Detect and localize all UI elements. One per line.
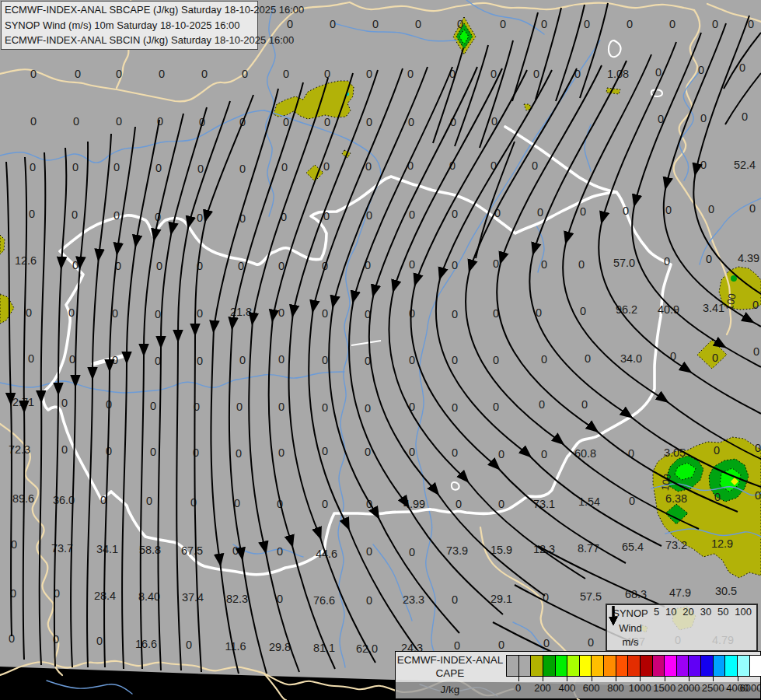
map-value-label: 81.1 — [313, 642, 335, 654]
map-value-label: 57.0 — [613, 257, 635, 269]
wind-speed-label: 30 — [700, 607, 711, 618]
map-value-label: 0 — [452, 259, 458, 271]
map-value-label: 0 — [498, 498, 504, 510]
wind-legend-line-2: Wind — [610, 621, 651, 635]
map-value-label: 76.6 — [313, 594, 335, 607]
map-value-label: 0 — [755, 489, 761, 502]
map-value-label: 0 — [670, 350, 676, 362]
map-value-label: 28.4 — [94, 590, 116, 602]
map-value-label: 73.7 — [51, 542, 73, 555]
map-value-label: 0 — [236, 447, 242, 460]
map-value-label: 0 — [324, 68, 330, 80]
wind-scale-item: 30 — [700, 607, 711, 649]
map-value-label: 0 — [146, 495, 152, 507]
map-value-label: 0 — [493, 354, 499, 366]
cape-legend-name: ECMWF-INDEX-ANAL CAPE — [396, 653, 504, 680]
wind-speed-label: 10 — [665, 607, 676, 618]
map-value-label: 0 — [278, 306, 285, 319]
map-value-label: 0 — [239, 116, 246, 128]
map-value-label: 8.77 — [578, 542, 599, 555]
map-value-label: 0 — [537, 206, 543, 219]
map-value-label: 0 — [452, 446, 458, 459]
map-value-label: 0 — [113, 161, 120, 173]
map-value-label: 0 — [541, 18, 547, 30]
map-value-label: 0 — [30, 115, 37, 128]
cape-tick-label: 6000 — [740, 682, 761, 694]
cape-color-swatch — [714, 655, 726, 677]
cape-tick-label: 1000 — [629, 682, 651, 694]
map-value-label: 0 — [365, 402, 371, 415]
cape-color-swatch — [628, 655, 641, 677]
map-value-label: 0 — [197, 163, 204, 175]
map-value-label: 0 — [69, 353, 75, 366]
map-value-label: 0 — [155, 308, 161, 320]
map-value-label: 21.8 — [230, 306, 252, 318]
cape-colorbar — [506, 655, 761, 677]
map-value-label: 12.3 — [533, 543, 555, 555]
map-value-label: 0 — [113, 209, 120, 222]
map-value-label: 0 — [201, 68, 208, 80]
wind-legend-line-1: SYNOP — [610, 607, 651, 620]
map-value-label: 0 — [366, 594, 372, 607]
map-value-label: 0 — [366, 498, 372, 510]
cape-tick — [616, 677, 616, 681]
map-value-label: 0 — [72, 208, 78, 221]
map-value-label: 0 — [155, 162, 162, 174]
map-value-label: 96.2 — [616, 303, 637, 316]
map-value-label: 0 — [580, 305, 586, 317]
cape-legend-units: J/kg — [396, 684, 504, 695]
map-value-label: 0 — [493, 401, 499, 413]
cape-color-swatch — [641, 655, 653, 677]
map-value-label: 0 — [752, 299, 759, 311]
cape-legend-name-line-1: ECMWF-INDEX-ANAL — [396, 653, 504, 667]
map-value-label: 0 — [10, 587, 16, 600]
map-value-label: 0 — [580, 205, 586, 218]
cape-color-swatch — [738, 655, 750, 677]
map-value-label: 0 — [452, 208, 458, 220]
map-value-label: 0 — [739, 61, 745, 74]
map-value-label: 0 — [30, 161, 36, 173]
map-value-label: 0 — [281, 161, 288, 173]
map-value-label: 0 — [112, 307, 118, 320]
map-value-label: 0 — [186, 639, 192, 651]
map-value-label: 11.6 — [225, 640, 246, 653]
map-value-label: 0 — [322, 354, 328, 366]
map-value-label: 0 — [409, 446, 415, 458]
map-value-label: 0 — [585, 352, 591, 365]
map-value-label: 0 — [629, 495, 635, 507]
map-value-label: 58.8 — [139, 544, 161, 556]
map-value-label: 0 — [26, 306, 32, 319]
map-value-label: 62.0 — [356, 642, 378, 655]
map-value-label: 0 — [278, 260, 285, 272]
map-value-label: 0 — [541, 353, 547, 366]
map-value-label: 40.9 — [658, 303, 679, 316]
map-value-label: 34.1 — [96, 543, 118, 555]
map-value-label: 0 — [28, 352, 34, 365]
map-value-label: 0 — [753, 345, 759, 358]
map-value-label: 12.9 — [711, 537, 733, 550]
map-value-label: 34.0 — [620, 352, 642, 365]
map-value-label: 0 — [500, 18, 506, 30]
map-value-label: 0 — [664, 255, 670, 268]
map-value-label: 0 — [197, 260, 203, 272]
map-value-label: 0 — [408, 116, 414, 128]
map-value-label: 0 — [322, 498, 328, 510]
cape-tick-label: 2500 — [702, 682, 724, 694]
map-value-label: 0 — [100, 494, 106, 506]
map-value-label: 1.54 — [578, 495, 600, 508]
cape-tick-label: 0 — [515, 682, 521, 694]
map-value-label: 0 — [322, 445, 328, 457]
map-value-label: 0 — [409, 258, 415, 271]
map-value-label: 0 — [322, 401, 328, 414]
map-value-label: 0 — [658, 113, 664, 125]
map-value-label: 0 — [96, 635, 103, 647]
map-value-label: 29.1 — [490, 593, 512, 605]
map-value-label: 0 — [365, 308, 371, 320]
map-value-label: 68.3 — [625, 588, 647, 600]
map-value-label: 0 — [669, 18, 675, 30]
map-value-label: 0 — [239, 212, 246, 225]
cape-tick-label: 800 — [607, 682, 624, 694]
map-value-label: 36.0 — [53, 494, 75, 506]
map-value-label: 0 — [277, 545, 283, 558]
map-value-label: 0 — [409, 546, 415, 558]
